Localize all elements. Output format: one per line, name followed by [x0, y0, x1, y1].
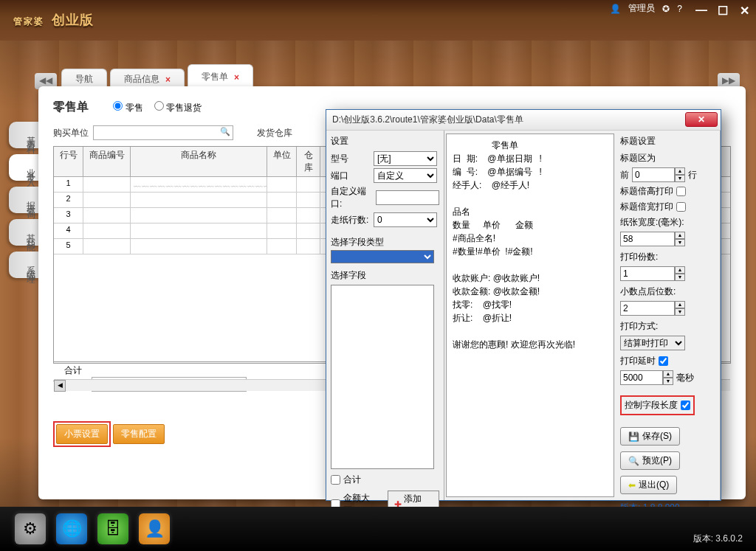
- field-length-label: 控制字段长度: [625, 399, 678, 412]
- page-title: 零售单: [53, 100, 89, 115]
- preview-pane[interactable]: 零售单 日 期: @单据日期 ! 编 号: @单据编号 ! 经手人: @经手人!…: [446, 134, 614, 497]
- field-listbox[interactable]: [331, 285, 434, 469]
- radio-return[interactable]: 零售退货: [154, 103, 202, 113]
- dialog-left-column: 设置 型号[无] 端口自定义 自定义端口: 走纸行数:0 选择字段类型 选择字段…: [326, 131, 444, 500]
- close-icon[interactable]: ×: [165, 74, 171, 85]
- sidetab-business[interactable]: 业务录入: [9, 154, 40, 181]
- scroll-left-icon[interactable]: ◀: [54, 380, 66, 392]
- double-width-checkbox[interactable]: [676, 202, 686, 212]
- logo-main: 管家婆: [13, 16, 44, 27]
- wechat-icon[interactable]: ✪: [662, 4, 670, 14]
- titlebar: 管家婆 创业版 👤 管理员 ✪ ? — ☐ ✕: [0, 0, 756, 41]
- dialog-title-path: D:\创业版3.6.2\route1\管家婆创业版\Data\零售单: [332, 114, 523, 126]
- paper-width-spinner[interactable]: ▲▼: [620, 232, 685, 246]
- sidetab-other[interactable]: 其它功能: [9, 219, 40, 246]
- retail-config-button[interactable]: 零售配置: [113, 424, 165, 444]
- double-height-checkbox[interactable]: [676, 187, 686, 196]
- taskbar-settings-icon[interactable]: ⚙: [15, 513, 46, 544]
- dialog-right-column: 标题设置 标题区为 前 ▲▼ 行 标题倍高打印 标题倍宽打印 纸张宽度:(毫米)…: [616, 131, 721, 500]
- settings-section-title: 设置: [331, 134, 439, 149]
- dialog-close-button[interactable]: ✕: [685, 112, 718, 127]
- logo-sub: 创业版: [52, 13, 94, 27]
- receipt-settings-button[interactable]: 小票设置: [56, 424, 108, 444]
- field-length-checkbox[interactable]: [681, 401, 690, 410]
- title-area-row: 标题区为: [620, 152, 715, 164]
- user-icon: 👤: [610, 4, 621, 14]
- port-select[interactable]: 自定义: [374, 168, 437, 183]
- search-icon[interactable]: 🔍: [220, 127, 230, 136]
- taskbar-database-icon[interactable]: 🗄: [97, 513, 128, 544]
- preview-text: 零售单 日 期: @单据日期 ! 编 号: @单据编号 ! 经手人: @经手人!…: [447, 134, 614, 356]
- field-type-select[interactable]: [331, 250, 434, 263]
- magnify-icon: 🔍: [628, 456, 639, 466]
- taskbar-user-icon[interactable]: 👤: [139, 513, 170, 544]
- delay-spinner[interactable]: ▲▼: [620, 370, 673, 385]
- retail-type-group: 零售 零售退货: [113, 101, 210, 114]
- buyer-input[interactable]: 🔍: [93, 125, 233, 140]
- close-button[interactable]: ✕: [740, 4, 750, 14]
- app-logo: 管家婆 创业版: [13, 6, 94, 30]
- custom-port-input[interactable]: [376, 190, 439, 205]
- model-select[interactable]: [无]: [374, 151, 437, 166]
- tab-retail[interactable]: 零售单×: [188, 64, 253, 89]
- title-right: 👤 管理员 ✪ ? — ☐ ✕: [610, 2, 750, 15]
- close-icon[interactable]: ×: [234, 72, 239, 83]
- buyer-label: 购买单位: [53, 127, 89, 139]
- save-button[interactable]: 💾保存(S): [620, 427, 680, 446]
- exit-icon: ⬅: [628, 480, 636, 491]
- dialog-titlebar[interactable]: D:\创业版3.6.2\route1\管家婆创业版\Data\零售单 ✕: [326, 110, 721, 131]
- exit-button[interactable]: ⬅退出(Q): [620, 476, 677, 494]
- total-checkbox[interactable]: [331, 475, 340, 485]
- app-version: 版本: 3.6.0.2: [693, 533, 743, 545]
- sidetab-basic[interactable]: 基本资料: [9, 122, 40, 148]
- tabstrip: ◀◀ 导航 商品信息× 零售单× ▶▶: [33, 63, 741, 89]
- print-mode-select[interactable]: 结算时打印: [620, 336, 685, 350]
- taskbar-globe-icon[interactable]: 🌐: [56, 513, 87, 544]
- warehouse-label: 发货仓库: [257, 127, 292, 139]
- copies-spinner[interactable]: ▲▼: [620, 266, 685, 281]
- save-icon: 💾: [628, 432, 639, 442]
- maximize-button[interactable]: ☐: [718, 4, 728, 14]
- receipt-settings-dialog: D:\创业版3.6.2\route1\管家婆创业版\Data\零售单 ✕ 设置 …: [326, 109, 721, 501]
- title-lines-spinner[interactable]: ▲▼: [632, 167, 685, 182]
- decimal-spinner[interactable]: ▲▼: [620, 301, 685, 316]
- delay-checkbox[interactable]: [659, 356, 668, 366]
- preview-button[interactable]: 🔍预览(P): [620, 451, 680, 470]
- sidetab-system[interactable]: 系统管理: [9, 252, 40, 278]
- radio-retail[interactable]: 零售: [113, 103, 142, 113]
- minimize-button[interactable]: —: [695, 4, 706, 14]
- paper-lines-select[interactable]: 0: [374, 212, 437, 227]
- taskbar: ⚙ 🌐 🗄 👤 版本: 3.6.0.2: [0, 507, 756, 551]
- user-label[interactable]: 管理员: [628, 2, 655, 15]
- sidetab-report[interactable]: 报表查询: [9, 187, 40, 213]
- help-icon[interactable]: ?: [677, 4, 682, 14]
